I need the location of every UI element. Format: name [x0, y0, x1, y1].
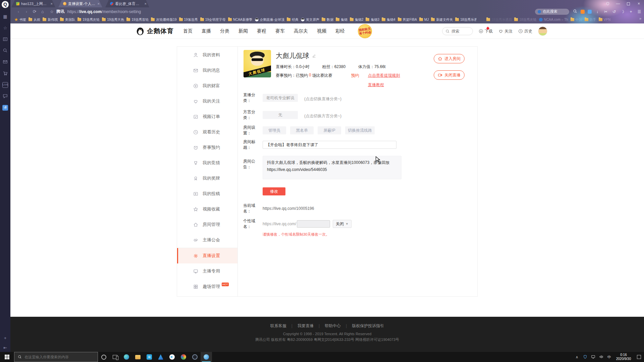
live-category-button[interactable]: 老司机专业解说 [263, 94, 298, 102]
sidebar-item-watch-history[interactable]: 观看历史 [177, 124, 237, 140]
close-live-button[interactable]: 关闭直播 [434, 70, 465, 80]
bookmark-item[interactable]: 新建文件夹 [431, 17, 453, 22]
url-text[interactable]: https://live.qq.com/member/room-setting [67, 9, 141, 14]
bookmarks-overflow-chevron[interactable]: » [639, 16, 641, 20]
restore-button[interactable] [623, 0, 634, 7]
sidebar-item-anchor-tools[interactable]: 主播专用 [177, 263, 237, 279]
taskbar-clock[interactable]: 0:16 2020/9/30 [613, 353, 634, 361]
user-avatar[interactable] [538, 26, 547, 36]
night-mode-moon-icon[interactable]: ☽ [620, 9, 625, 14]
tab-hao123[interactable]: hao123_上网从这里开始 × [11, 0, 55, 7]
sidebar-item-video-orders[interactable]: 视频订单 [177, 109, 237, 124]
taskbar-search-input[interactable] [24, 355, 92, 359]
custom-domain-dropdown[interactable]: 关闭 ▼ [333, 220, 352, 228]
modify-submit-button[interactable]: 修改 [263, 187, 285, 195]
bookmark-item[interactable]: 经典 [287, 17, 299, 22]
footer-link[interactable]: 联系客服 [270, 323, 286, 329]
minimize-button[interactable]: — [613, 0, 623, 7]
site-search-box[interactable] [442, 27, 473, 35]
footer-link[interactable]: 版权保护投诉指引 [341, 323, 384, 329]
menu-icon[interactable]: ☰ [637, 9, 642, 14]
room-setting-button[interactable]: 切换推流线路 [345, 126, 375, 134]
search-icon[interactable] [2, 48, 8, 54]
room-setting-button[interactable]: 屏蔽IP [318, 126, 341, 134]
download-manager-icon[interactable]: ↓ [595, 9, 600, 14]
nav-item[interactable]: 视频 [317, 28, 326, 34]
add-icon[interactable]: + [2, 335, 8, 341]
tab-close-icon[interactable]: × [145, 2, 147, 6]
history-undo-icon[interactable]: ↺ [611, 9, 617, 14]
bookmark-item[interactable]: 男篮FIBA [398, 17, 417, 22]
sidebar-item-guild[interactable]: 主播公会 [177, 232, 237, 248]
chat-icon[interactable] [2, 94, 8, 99]
footer-link[interactable]: 我要直播 [286, 323, 314, 329]
zoom-search-icon[interactable] [572, 9, 578, 14]
steam-icon[interactable] [189, 352, 201, 362]
nav-item[interactable]: 分类 [220, 28, 229, 34]
sidebar-item-messages[interactable]: 我的消息 [177, 63, 237, 78]
task-view-icon[interactable] [109, 352, 121, 362]
bookmark-item[interactable]: NCAA新赛季 [228, 17, 253, 22]
screenshot-scissors-icon[interactable]: ✂ [603, 9, 608, 14]
bookmark-item[interactable]: MJ [419, 18, 429, 21]
nav-item[interactable]: 赛程 [257, 28, 266, 34]
panel-icon[interactable]: ▦ [2, 14, 8, 19]
bookmark-item[interactable]: 次轮最终版19 [151, 17, 176, 22]
network-icon[interactable] [589, 355, 597, 360]
bookmark-item[interactable]: 19落选秀 [179, 17, 198, 22]
nav-item[interactable]: 赛车 [275, 28, 285, 34]
sidebar-item-uploads[interactable]: 我的投稿 [177, 186, 237, 201]
room-title-input[interactable] [263, 141, 396, 149]
bookmark-item[interactable]: 集锦3 [366, 17, 379, 22]
nav-item[interactable]: 新闻 [238, 28, 248, 34]
mail-icon[interactable] [2, 59, 8, 65]
reader-book-icon[interactable] [2, 37, 8, 42]
sidebar-item-profile[interactable]: 我的资料 [177, 47, 237, 63]
bookmark-star-icon[interactable]: ☆ [50, 9, 54, 14]
bookmark-item[interactable]: 书签 [14, 17, 26, 22]
site-logo[interactable]: 企鹅体育 [136, 27, 174, 36]
tab-sports-live[interactable]: 看比赛_体育直播_腾讯体育 × [105, 0, 149, 7]
nav-item[interactable]: 直播 [202, 28, 211, 34]
refresh-button[interactable]: ⟳ [31, 9, 39, 14]
close-button[interactable]: × [634, 0, 644, 7]
bookmark-item[interactable]: 19选秀大热 [102, 17, 124, 22]
bookmark-item[interactable]: 19全明星字母 [200, 17, 226, 22]
bookmark-item[interactable]: 数据 [322, 17, 333, 22]
qq-browser-taskbar-icon[interactable] [201, 352, 212, 362]
sidebar-item-video-favs[interactable]: 视频收藏 [177, 201, 237, 217]
tab-close-icon[interactable]: × [98, 2, 100, 6]
site-search-input[interactable] [451, 29, 468, 34]
bookmark-item[interactable]: 新伟琪 [43, 17, 58, 22]
live-icon[interactable]: LIVE [2, 82, 8, 88]
forward-button[interactable]: › [22, 9, 31, 14]
room-setting-button[interactable]: 黑名单 [290, 126, 314, 134]
add-tab-icon[interactable]: + [628, 9, 634, 14]
tab-close-icon[interactable]: × [51, 2, 53, 6]
qq-browser-logo-icon[interactable]: Q [2, 1, 9, 8]
file-explorer-icon[interactable] [132, 352, 144, 362]
translate-icon[interactable]: 译 [2, 105, 8, 111]
store-icon[interactable]: ⊞ [144, 352, 155, 362]
edit-pencil-icon[interactable] [312, 54, 316, 58]
taskbar-search-box[interactable] [14, 352, 98, 362]
sidebar-item-wealth[interactable]: 我的财富 [177, 78, 237, 94]
telegram-icon[interactable] [166, 352, 178, 362]
nav-item[interactable]: 首页 [183, 28, 193, 34]
custom-domain-input[interactable] [297, 220, 330, 228]
footer-link[interactable]: 帮助中心 [314, 323, 341, 329]
home-button[interactable]: ⌂ [39, 9, 47, 14]
protect-shield-icon[interactable] [602, 0, 613, 7]
promo-sticker[interactable]: 我和秋天 有个约会 [357, 23, 373, 39]
bookmark-item[interactable]: 集锦 [336, 17, 347, 22]
wallet-icon[interactable] [581, 10, 585, 14]
messenger-icon[interactable] [588, 10, 592, 14]
nav-item[interactable]: 彩经 [335, 28, 345, 34]
enter-room-button[interactable]: 进入房间 [434, 54, 465, 63]
history-action[interactable]: 历史 [518, 28, 532, 34]
bookmark-item[interactable]: 从前 [29, 17, 40, 22]
sidebar-item-medals[interactable]: 我的奖牌 [177, 171, 237, 186]
bookmark-item[interactable]: 集锦2 [350, 17, 364, 22]
withdraw-rules-link[interactable]: 点击查看提现规则 [368, 73, 400, 78]
download-action[interactable]: 下载 [479, 28, 493, 34]
